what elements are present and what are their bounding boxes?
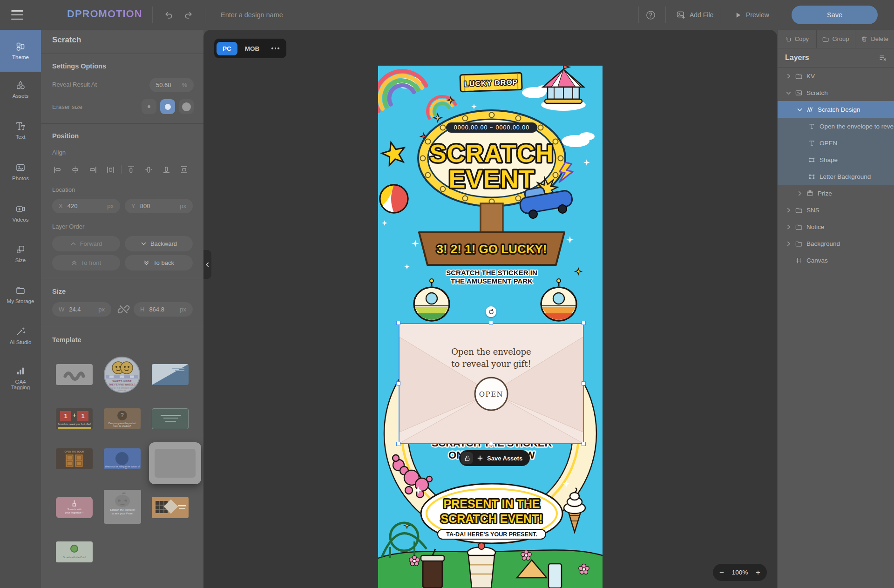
sidebar-item-my-storage[interactable]: My Storage [0,285,41,304]
layer-row-scratch-design[interactable]: Scratch Design [778,101,894,118]
align-right-icon[interactable] [88,165,97,174]
selection-handle-w[interactable] [396,381,400,385]
zoom-in-button[interactable]: + [756,568,760,576]
template-thumb-pool[interactable]: What could be hiding at the bottom of th… [104,448,141,469]
align-bottom-icon[interactable] [162,165,171,174]
template-thumb-ferris-coins[interactable]: WHAT'S INSIDETHE FERRIS WHEEL? SCRATCH T… [104,357,140,393]
distribute-vertical-icon[interactable] [180,165,189,174]
location-y-input[interactable]: Y 800 px [125,199,193,213]
forward-button[interactable]: Forward [52,236,120,251]
more-options-icon[interactable] [267,47,284,49]
rotate-handle[interactable] [486,306,496,317]
reveal-result-input[interactable]: 50.68 % [149,78,194,92]
hamburger-menu-icon[interactable] [11,10,23,20]
tab-mob[interactable]: MOB [239,42,266,55]
width-input[interactable]: W 24.4 px [52,302,111,317]
layer-row-background[interactable]: Background [778,235,894,252]
chevron-right-icon[interactable] [786,241,791,246]
to-back-button[interactable]: To back [125,255,193,270]
layer-row-letter-background[interactable]: Letter Background [778,168,894,185]
save-assets-button[interactable]: Save Assets [459,450,530,466]
selection-handle-n[interactable] [489,321,493,325]
align-top-icon[interactable] [127,165,135,174]
chevron-right-icon[interactable] [786,224,791,230]
chevron-right-icon[interactable] [797,191,802,196]
sidebar-item-photos[interactable]: Photos [0,162,41,181]
selection-handle-s[interactable] [489,442,493,446]
sidebar-item-theme[interactable]: Theme [0,30,41,72]
template-thumb-coin[interactable]: Scratch with the Coin! [56,541,93,562]
layer-row-scratch[interactable]: Scratch [778,84,894,101]
delete-button[interactable]: Delete [855,30,894,48]
preview-button[interactable]: Preview [735,0,769,30]
tab-pc[interactable]: PC [217,42,237,55]
layer-row-kv[interactable]: KV [778,68,894,84]
group-label: Group [832,35,849,42]
align-middle-icon[interactable] [144,165,153,174]
layer-row-canvas[interactable]: Canvas [778,252,894,269]
sidebar-item-label: Text [15,134,25,140]
sidebar-item-text[interactable]: Text [0,121,41,140]
template-thumb-squiggle[interactable] [56,364,93,385]
tada-text: TA-DA! HERE'S YOUR PRESENT. [446,531,537,538]
template-thumb-1plus1[interactable]: 1 + 1 Scratch to reveal your 1+1 offer! [56,408,93,429]
open-button-text[interactable]: OPEN [479,390,503,399]
chevron-down-icon[interactable] [786,90,791,95]
eraser-size-medium-button[interactable] [160,99,175,114]
sidebar-item-size[interactable]: Size [0,244,41,263]
layer-row-sns[interactable]: SNS [778,202,894,218]
backward-button[interactable]: Backward [125,236,193,251]
align-center-horizontal-icon[interactable] [71,165,80,174]
panel-collapse-handle[interactable] [203,250,211,279]
design-canvas[interactable]: PC MOB [203,30,777,588]
layer-row-notice[interactable]: Notice [778,218,894,235]
eraser-size-small-button[interactable] [142,99,156,114]
template-thumb-doors[interactable]: OPEN THE DOOR [56,448,93,469]
x-value: 420 [68,203,78,210]
selection-handle-nw[interactable] [396,321,400,325]
collapse-all-icon[interactable] [879,54,887,61]
template-thumb-fingertips[interactable]: Scratch withyour fingertips~! [56,497,93,518]
layer-row-shape[interactable]: Shape [778,151,894,168]
help-icon[interactable] [646,10,656,20]
to-front-button[interactable]: To front [52,255,120,270]
zoom-out-button[interactable]: − [719,568,724,576]
height-input[interactable]: H 864.8 px [134,302,193,317]
template-thumb-envelope[interactable] [152,364,189,385]
eraser-size-large-button[interactable] [179,99,194,114]
chevron-down-icon[interactable] [797,107,802,112]
copy-button[interactable]: Copy [778,30,817,48]
selection-handle-e[interactable] [582,381,586,385]
group-button[interactable]: Group [817,30,856,48]
layer-row-prize[interactable]: Prize [778,185,894,202]
align-left-icon[interactable] [53,165,62,174]
location-x-input[interactable]: X 420 px [52,199,120,213]
layers-heading: Layers [785,54,809,62]
selection-handle-sw[interactable] [396,442,400,446]
distribute-horizontal-icon[interactable] [106,165,115,174]
envelope-element-selected[interactable]: Open the envelope to reveal your gift! O… [399,323,584,444]
template-thumb-pumpkin[interactable]: Scratch the pumpkinto see your Prize! [104,490,141,524]
redo-icon[interactable] [183,10,193,20]
sidebar-item-ai-studio[interactable]: AI Studio [0,326,41,345]
chevron-right-icon[interactable] [786,74,791,79]
design-name-input[interactable] [220,7,415,22]
template-thumb-grid-window[interactable] [152,497,189,518]
add-file-button[interactable]: Add File [676,0,713,30]
lucky-drop-sign: LUCKY DROP [460,73,522,92]
template-thumb-selected-card[interactable] [149,442,201,484]
template-thumb-shadow[interactable]: ? Can you guess the product from its sha… [104,408,141,429]
selection-handle-se[interactable] [582,442,586,446]
sidebar-item-videos[interactable]: Videos [0,204,41,223]
chevron-right-icon[interactable] [786,208,791,213]
unlink-aspect-icon[interactable] [117,303,130,316]
layer-row-open[interactable]: OPEN [778,135,894,151]
template-thumb-teal-card[interactable] [152,408,189,429]
sidebar-item-assets[interactable]: Assets [0,80,41,99]
undo-icon[interactable] [164,10,174,20]
layer-row-open-envelope-text[interactable]: Open the envelope to reve [778,118,894,135]
selection-handle-ne[interactable] [582,321,586,325]
lock-open-icon[interactable] [461,452,473,464]
save-button[interactable]: Save [792,6,878,24]
sidebar-item-ga4-tagging[interactable]: GA4 Tagging [0,366,41,390]
